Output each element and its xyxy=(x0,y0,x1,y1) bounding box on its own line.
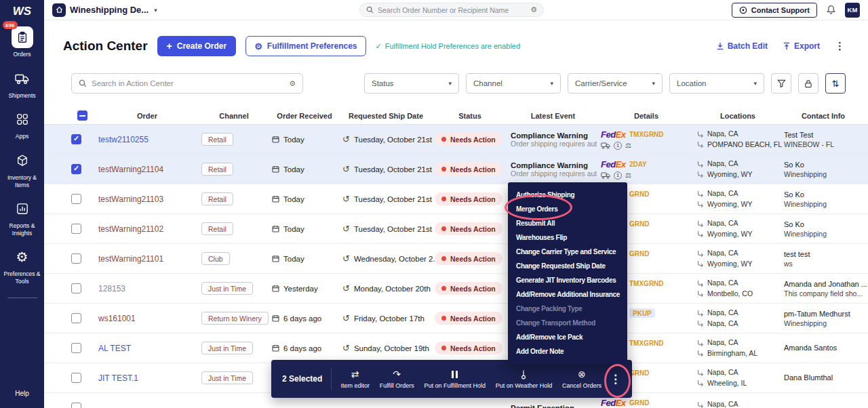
order-link[interactable]: testw2110255 xyxy=(98,135,149,144)
order-link[interactable]: testWarning21102 xyxy=(98,224,163,234)
sidebar-item-preferences[interactable]: ⚙ Preferences & Tools xyxy=(3,246,42,285)
weather-hold-button[interactable]: Put on Weather Hold xyxy=(496,369,552,389)
status-dot-icon xyxy=(441,167,446,171)
home-icon xyxy=(52,3,66,17)
menu-item[interactable]: Merge Orders xyxy=(508,202,627,216)
order-received-value: Today xyxy=(283,165,304,174)
origin-location: Napa, CA xyxy=(707,338,738,348)
order-link[interactable]: 128153 xyxy=(98,284,125,293)
contact-name: Amanda Santos xyxy=(784,344,837,352)
hold-preferences-notice: ✓ Fulfillment Hold Preferences are enabl… xyxy=(376,42,521,51)
status-badge: Needs Action xyxy=(435,312,502,325)
sidebar-item-reports[interactable]: Reports & Insights xyxy=(3,198,42,237)
status-dot-icon xyxy=(441,316,446,321)
filter-funnel-button[interactable] xyxy=(771,73,791,94)
row-checkbox[interactable] xyxy=(71,224,81,234)
sidebar-item-label: Apps xyxy=(3,133,42,140)
latest-event-sub: Order shipping requires aut... xyxy=(511,140,597,148)
orders-count-badge: 696 xyxy=(3,21,18,29)
chevron-down-icon: ▾ xyxy=(753,80,757,87)
row-checkbox[interactable] xyxy=(71,313,81,323)
contact-name: So Ko xyxy=(784,220,804,228)
package-count-badge: 1 xyxy=(614,142,622,150)
menu-item[interactable]: Change Carrier Type and Service xyxy=(508,245,627,259)
menu-item[interactable]: Change Requested Ship Date xyxy=(508,259,627,273)
action-center-search-input[interactable] xyxy=(92,79,284,87)
page-kebab-menu[interactable]: ⋮ xyxy=(835,40,845,52)
lock-button[interactable] xyxy=(798,73,818,94)
sort-button[interactable]: ⇅ xyxy=(825,73,846,94)
fulfill-orders-button[interactable]: ↷ Fulfill Orders xyxy=(380,369,414,389)
schedule-clock-icon: ↺ xyxy=(342,224,350,233)
row-checkbox[interactable] xyxy=(71,194,81,204)
sidebar-item-orders[interactable]: 696 Orders xyxy=(3,26,42,58)
bar-more-actions-kebab[interactable]: ⋮ xyxy=(610,373,621,385)
carrier-service-filter-dropdown[interactable]: Carrier/Service▾ xyxy=(568,73,663,94)
row-checkbox[interactable] xyxy=(71,253,81,264)
select-all-checkbox[interactable] xyxy=(77,110,87,121)
fulfillment-hold-button[interactable]: Put on Fulfillment Hold xyxy=(424,369,486,389)
weight-scale-icon: ⚖ xyxy=(625,172,631,179)
item-editor-button[interactable]: ⇄ Item editor xyxy=(340,369,370,389)
sidebar-item-apps[interactable]: Apps xyxy=(3,108,42,140)
order-link[interactable]: AL TEST xyxy=(98,344,131,353)
status-badge: Needs Action xyxy=(435,282,502,295)
contact-company: Wineshipping xyxy=(784,319,827,327)
ship-date-value: Tuesday, October 21st xyxy=(354,225,432,233)
latest-event-sub: Order shipping requires aut... xyxy=(511,169,597,178)
calendar-icon xyxy=(272,255,279,262)
route-arrow-icon xyxy=(697,190,704,197)
export-button[interactable]: Export xyxy=(783,41,820,51)
avatar[interactable]: KM xyxy=(845,3,860,18)
route-arrow-icon xyxy=(697,380,704,386)
order-link[interactable]: testWarning21103 xyxy=(98,195,163,204)
check-icon: ✓ xyxy=(376,42,382,51)
menu-item[interactable]: Warehouses Flip xyxy=(508,230,627,245)
menu-item[interactable]: Authorize Shipping xyxy=(508,188,627,202)
cancel-circle-icon: ⊗ xyxy=(578,369,586,380)
row-checkbox[interactable] xyxy=(71,164,81,174)
batch-edit-button[interactable]: Batch Edit xyxy=(716,41,768,51)
row-checkbox[interactable] xyxy=(71,134,81,144)
schedule-clock-icon: ↺ xyxy=(342,254,350,263)
column-header: Locations xyxy=(697,112,784,120)
menu-item[interactable]: Add/Remove Ice Pack xyxy=(508,330,627,344)
status-badge: Needs Action xyxy=(435,342,502,354)
row-checkbox[interactable] xyxy=(71,283,81,293)
row-checkbox[interactable] xyxy=(71,343,81,353)
company-selector[interactable]: Wineshipping De... ▾ xyxy=(52,3,157,17)
order-link[interactable]: testWarning21104 xyxy=(98,165,163,174)
menu-item[interactable]: Add Order Note xyxy=(508,344,627,359)
origin-location: Napa, CA xyxy=(707,129,738,139)
truck-icon xyxy=(15,73,30,85)
contact-support-button[interactable]: Contact Support xyxy=(732,3,817,18)
global-search-input[interactable] xyxy=(378,6,526,14)
location-filter-dropdown[interactable]: Location▾ xyxy=(669,73,764,94)
fulfillment-preferences-button[interactable]: ⚙ Fulfillment Preferences xyxy=(245,36,366,56)
sidebar-item-shipments[interactable]: Shipments xyxy=(3,68,42,100)
menu-item: Change Transport Method xyxy=(508,316,627,330)
sidebar-item-inventory[interactable]: Inventory & Items xyxy=(3,150,42,188)
create-order-button[interactable]: + Create Order xyxy=(157,36,237,56)
channel-filter-dropdown[interactable]: Channel▾ xyxy=(466,73,561,94)
calendar-icon xyxy=(272,344,279,352)
menu-item[interactable]: Resubmit All xyxy=(508,216,627,230)
status-filter-dropdown[interactable]: Status▾ xyxy=(364,73,459,94)
menu-item[interactable]: Add/Remove Additional Insurance xyxy=(508,287,627,302)
sidebar: WS 696 Orders Shipments xyxy=(0,0,44,408)
notifications-bell-icon[interactable] xyxy=(826,5,836,15)
menu-item[interactable]: Generate JIT Inventory Barcodes xyxy=(508,273,627,287)
cancel-orders-button[interactable]: ⊗ Cancel Orders xyxy=(562,369,601,389)
download-icon xyxy=(716,42,724,50)
destination-location: Birmingham, AL xyxy=(707,348,757,359)
sidebar-item-help[interactable]: Help xyxy=(15,390,29,397)
search-settings-gear-icon[interactable]: ⚙ xyxy=(289,80,296,87)
order-link[interactable]: JIT TEST.1 xyxy=(98,373,138,383)
search-settings-gear-icon[interactable]: ⚙ xyxy=(530,6,537,14)
row-checkbox[interactable] xyxy=(71,373,81,383)
row-checkbox[interactable] xyxy=(71,403,81,408)
status-badge: Needs Action xyxy=(435,222,502,235)
order-link[interactable]: testWarning21101 xyxy=(98,254,163,264)
order-link[interactable]: ws161001 xyxy=(98,314,136,323)
bulk-actions-context-menu: Authorize ShippingMerge OrdersResubmit A… xyxy=(508,182,627,364)
